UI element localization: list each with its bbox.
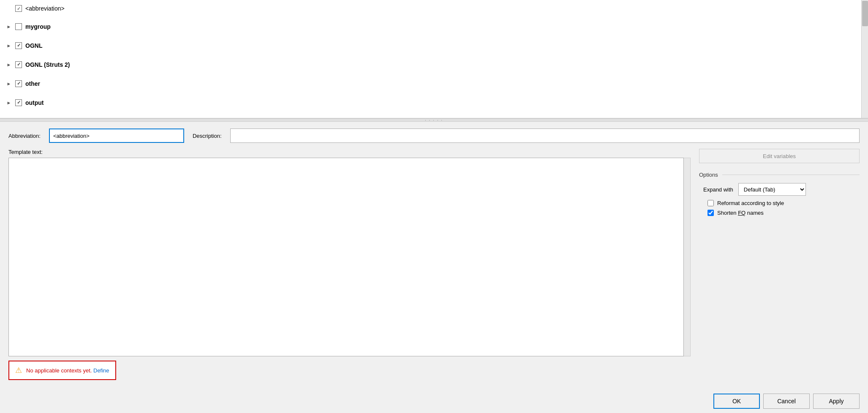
dialog: <abbreviation> ► mygroup ► OGNL ► OGNL (…	[0, 0, 868, 413]
tree-label-abbreviation: <abbreviation>	[25, 5, 65, 12]
tree-label-output: output	[25, 99, 44, 106]
expand-arrow-ognl-struts2[interactable]: ►	[5, 61, 13, 68]
define-link[interactable]: Define	[93, 367, 109, 374]
template-right: Edit variables Options Expand with Defau…	[699, 149, 860, 380]
expand-arrow-ognl[interactable]: ►	[5, 42, 13, 49]
tree-item-abbreviation-top[interactable]: <abbreviation>	[0, 0, 868, 17]
options-line	[722, 175, 860, 175]
description-input[interactable]	[230, 129, 860, 143]
expand-with-select[interactable]: Default (Tab) Tab Enter Space	[738, 183, 806, 196]
reformat-label[interactable]: Reformat according to style	[717, 200, 784, 206]
options-section: Options Expand with Default (Tab) Tab En…	[699, 172, 860, 219]
tree-panel: <abbreviation> ► mygroup ► OGNL ► OGNL (…	[0, 0, 868, 118]
tree-scrollbar-thumb	[862, 1, 868, 26]
shorten-fq-checkbox[interactable]	[707, 210, 714, 216]
cancel-button[interactable]: Cancel	[763, 394, 810, 409]
reformat-checkbox[interactable]	[707, 200, 714, 206]
tree-checkbox-ognl[interactable]	[15, 42, 22, 49]
template-textarea-wrap	[8, 158, 691, 356]
apply-button[interactable]: Apply	[813, 394, 860, 409]
fields-row: Abbreviation: Description:	[8, 129, 860, 143]
options-header: Options	[699, 172, 860, 178]
tree-scrollbar[interactable]	[861, 0, 868, 118]
description-label: Description:	[193, 133, 222, 139]
reformat-row: Reformat according to style	[699, 200, 860, 206]
options-title: Options	[699, 172, 718, 178]
tree-item-other[interactable]: ► other	[0, 74, 868, 93]
bottom-panel: Abbreviation: Description: Template text…	[0, 122, 868, 387]
warning-text: No applicable contexts yet. Define	[26, 367, 109, 374]
expand-arrow-mygroup[interactable]: ►	[5, 23, 13, 30]
tree-label-ognl-struts2: OGNL (Struts 2)	[25, 61, 70, 68]
tree-item-mygroup[interactable]: ► mygroup	[0, 17, 868, 36]
tree-label-ognl: OGNL	[25, 42, 42, 49]
tree-item-ognl-struts2[interactable]: ► OGNL (Struts 2)	[0, 55, 868, 74]
abbreviation-label: Abbreviation:	[8, 133, 41, 139]
template-textarea[interactable]	[8, 158, 684, 356]
splitter[interactable]: · · · · ·	[0, 118, 868, 122]
expand-with-label: Expand with	[703, 186, 733, 193]
tree-checkbox-ognl-struts2[interactable]	[15, 61, 22, 68]
expand-arrow-other[interactable]: ►	[5, 80, 13, 88]
shorten-fq-row: Shorten FQ names	[699, 210, 860, 216]
tree-item-output[interactable]: ► output	[0, 93, 868, 112]
tree-item-ognl[interactable]: ► OGNL	[0, 36, 868, 55]
expand-arrow-plain[interactable]: ►	[5, 118, 13, 119]
tree-checkbox-abbreviation[interactable]	[15, 5, 22, 12]
template-left: Template text: ⚠ No applicable contexts …	[8, 149, 691, 380]
abbreviation-input[interactable]	[49, 129, 184, 143]
tree-checkbox-output[interactable]	[15, 99, 22, 106]
tree-label-mygroup: mygroup	[25, 23, 51, 30]
tree-item-plain[interactable]: ► plain	[0, 112, 868, 118]
expand-arrow-output[interactable]: ►	[5, 99, 13, 107]
tree-checkbox-plain[interactable]	[15, 118, 22, 119]
tree-checkbox-mygroup[interactable]	[15, 23, 22, 30]
shorten-fq-label[interactable]: Shorten FQ names	[717, 210, 764, 216]
footer-buttons: OK Cancel Apply	[0, 387, 868, 413]
tree-label-other: other	[25, 80, 40, 87]
template-row: Template text: ⚠ No applicable contexts …	[8, 149, 860, 380]
expand-with-row: Expand with Default (Tab) Tab Enter Spac…	[699, 183, 860, 196]
tree-label-plain: plain	[25, 118, 39, 119]
template-scrollbar[interactable]	[684, 158, 691, 356]
context-warning: ⚠ No applicable contexts yet. Define	[8, 361, 116, 380]
tree-checkbox-other[interactable]	[15, 80, 22, 87]
template-label: Template text:	[8, 149, 691, 155]
edit-variables-button[interactable]: Edit variables	[699, 149, 860, 163]
warning-icon: ⚠	[15, 366, 22, 375]
ok-button[interactable]: OK	[713, 394, 760, 409]
